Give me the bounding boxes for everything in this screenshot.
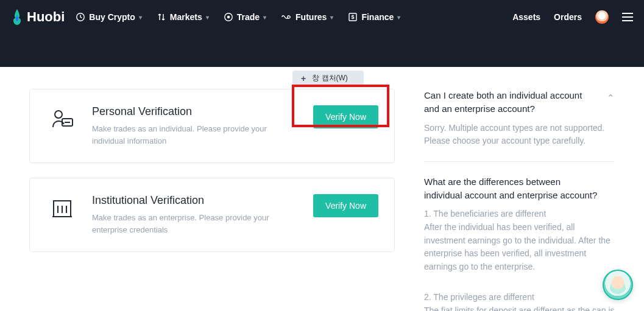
nav-trade[interactable]: Trade ▾ bbox=[224, 12, 266, 22]
clock-icon bbox=[76, 12, 85, 22]
main-nav: Buy Crypto ▾ Markets ▾ Trade ▾ Futures ▾… bbox=[76, 12, 512, 22]
screen-capture-overlay[interactable]: + 창 캡처(W) bbox=[292, 71, 364, 86]
chevron-down-icon: ▾ bbox=[206, 14, 209, 21]
right-nav: Assets Orders bbox=[512, 10, 633, 24]
header-dark-band bbox=[0, 34, 644, 67]
nav-markets[interactable]: Markets ▾ bbox=[157, 12, 209, 22]
faq-answer-1: Sorry. Multiple account types are not su… bbox=[424, 122, 615, 148]
infinity-icon bbox=[281, 12, 292, 22]
dollar-square-icon: $ bbox=[348, 12, 358, 22]
brand-logo[interactable]: Huobi bbox=[11, 9, 65, 25]
institutional-verification-card: Institutional Verification Make trades a… bbox=[29, 178, 395, 252]
svg-point-2 bbox=[227, 16, 229, 18]
chat-support-avatar[interactable] bbox=[603, 270, 633, 300]
faq-item-1: Can I create both an individual account … bbox=[424, 89, 615, 162]
brand-text: Huobi bbox=[27, 9, 65, 25]
nav-orders[interactable]: Orders bbox=[554, 12, 582, 22]
verification-column: Personal Verification Make trades as an … bbox=[29, 89, 395, 311]
chevron-down-icon: ▾ bbox=[397, 14, 400, 21]
huobi-flame-icon bbox=[11, 9, 23, 25]
faq-2-subtitle-1: 1. The beneficiaries are different bbox=[424, 208, 615, 221]
institutional-verify-button[interactable]: Verify Now bbox=[313, 194, 378, 217]
user-avatar[interactable] bbox=[595, 10, 609, 24]
chevron-down-icon: ▾ bbox=[263, 14, 266, 21]
nav-finance[interactable]: $ Finance ▾ bbox=[348, 12, 400, 22]
person-id-icon bbox=[48, 105, 76, 133]
faq-question-2[interactable]: What are the differences between individ… bbox=[424, 175, 615, 202]
nav-futures[interactable]: Futures ▾ bbox=[281, 12, 333, 22]
svg-point-5 bbox=[55, 111, 62, 118]
institutional-title: Institutional Verification bbox=[92, 194, 297, 207]
circle-dot-icon bbox=[224, 12, 233, 22]
plus-icon: + bbox=[301, 74, 306, 83]
faq-column: Can I create both an individual account … bbox=[424, 89, 615, 311]
institutional-desc: Make trades as an enterprise. Please pro… bbox=[92, 212, 287, 236]
hamburger-menu-icon[interactable] bbox=[622, 13, 633, 21]
personal-desc: Make trades as an individual. Please pro… bbox=[92, 123, 287, 147]
chevron-up-icon: ⌃ bbox=[607, 91, 615, 105]
svg-text:$: $ bbox=[352, 14, 355, 20]
personal-title: Personal Verification bbox=[92, 105, 297, 118]
personal-verify-button[interactable]: Verify Now bbox=[313, 105, 378, 128]
faq-question-1[interactable]: Can I create both an individual account … bbox=[424, 89, 615, 116]
personal-verification-card: Personal Verification Make trades as an … bbox=[29, 89, 395, 163]
main-content: Personal Verification Make trades as an … bbox=[0, 89, 644, 311]
faq-2-subtitle-2: 2. The privileges are different bbox=[424, 291, 615, 304]
top-nav: Huobi Buy Crypto ▾ Markets ▾ Trade ▾ Fut… bbox=[0, 0, 644, 34]
faq-2-body-1: After the individual has been verified, … bbox=[424, 221, 615, 274]
chevron-down-icon: ▾ bbox=[139, 14, 142, 21]
swap-icon bbox=[157, 12, 166, 22]
faq-2-body-2: The fiat limits for deposit are differen… bbox=[424, 304, 615, 312]
faq-item-2: What are the differences between individ… bbox=[424, 175, 615, 311]
nav-buy-crypto[interactable]: Buy Crypto ▾ bbox=[76, 12, 141, 22]
chevron-down-icon: ▾ bbox=[330, 14, 333, 21]
building-icon bbox=[48, 194, 76, 222]
nav-assets[interactable]: Assets bbox=[512, 12, 540, 22]
